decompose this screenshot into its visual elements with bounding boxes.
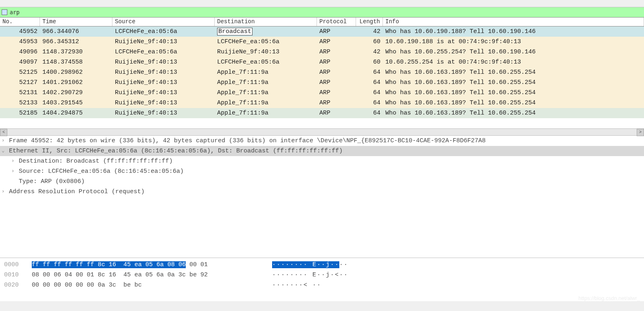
cell-protocol: ARP: [317, 47, 356, 57]
tree-label: Address Resolution Protocol (request): [9, 187, 145, 197]
cell-destination: Apple_7f:11:9a: [215, 108, 317, 118]
cell-time: 1402.290729: [40, 88, 112, 98]
hex-offset: 0010: [4, 270, 32, 280]
cell-destination: Apple_7f:11:9a: [215, 77, 317, 88]
cell-length: 64: [356, 77, 383, 88]
hex-ascii: ·······< ··: [272, 280, 321, 290]
cell-source: LCFCHeFe_ea:05:6a: [112, 26, 215, 37]
cell-info: Who has 10.60.163.189? Tell 10.60.255.25…: [383, 108, 644, 118]
cell-info: 10.60.255.254 is at 00:74:9c:9f:40:13: [383, 57, 644, 67]
scroll-right-icon[interactable]: >: [637, 129, 644, 136]
cell-protocol: ARP: [317, 98, 356, 108]
cell-source: RuijieNe_9f:40:13: [112, 37, 215, 47]
cell-length: 64: [356, 88, 383, 98]
cell-info: Who has 10.60.163.189? Tell 10.60.255.25…: [383, 88, 644, 98]
packet-row[interactable]: 521331403.291545RuijieNe_9f:40:13Apple_7…: [0, 98, 644, 108]
column-header-time[interactable]: Time: [40, 18, 112, 26]
cell-no: 45952: [0, 26, 40, 37]
cell-time: 1400.298962: [40, 67, 112, 77]
packet-row[interactable]: 45952966.344076LCFCHeFe_ea:05:6aBroadcas…: [0, 26, 644, 37]
cell-time: 966.345312: [40, 37, 112, 47]
packet-row[interactable]: 45953966.345312RuijieNe_9f:40:13LCFCHeFe…: [0, 37, 644, 47]
cell-protocol: ARP: [317, 67, 356, 77]
packet-row[interactable]: 490971148.374558RuijieNe_9f:40:13LCFCHeF…: [0, 57, 644, 67]
cell-protocol: ARP: [317, 77, 356, 88]
cell-destination: LCFCHeFe_ea:05:6a: [215, 37, 317, 47]
hex-bytes: 08 00 06 04 00 01 8c 16 45 ea 05 6a 0a 3…: [32, 270, 272, 280]
cell-time: 1148.372930: [40, 47, 112, 57]
cell-protocol: ARP: [317, 26, 356, 37]
detail-tree-row[interactable]: ›Source: LCFCHeFe_ea:05:6a (8c:16:45:ea:…: [0, 166, 644, 176]
hex-row[interactable]: 0000ff ff ff ff ff ff 8c 16 45 ea 05 6a …: [4, 260, 640, 270]
cell-info: Who has 10.60.163.189? Tell 10.60.255.25…: [383, 67, 644, 77]
cell-no: 52185: [0, 108, 40, 118]
chevron-right-icon[interactable]: ›: [2, 136, 8, 146]
column-header-info[interactable]: Info: [383, 18, 644, 26]
cell-no: 52133: [0, 98, 40, 108]
detail-tree-row[interactable]: ›Frame 45952: 42 bytes on wire (336 bits…: [0, 136, 644, 146]
hex-offset: 0020: [4, 280, 32, 290]
tree-label: Destination: Broadcast (ff:ff:ff:ff:ff:f…: [19, 156, 173, 166]
cell-no: 49096: [0, 47, 40, 57]
tree-label: Frame 45952: 42 bytes on wire (336 bits)…: [9, 136, 486, 146]
packet-row[interactable]: 521851404.294875RuijieNe_9f:40:13Apple_7…: [0, 108, 644, 118]
packet-row[interactable]: 490961148.372930LCFCHeFe_ea:05:6aRuijieN…: [0, 47, 644, 57]
cell-no: 52131: [0, 88, 40, 98]
cell-protocol: ARP: [317, 37, 356, 47]
cell-info: Who has 10.60.190.188? Tell 10.60.190.14…: [383, 26, 644, 37]
detail-tree-row[interactable]: ⌄Ethernet II, Src: LCFCHeFe_ea:05:6a (8c…: [0, 146, 644, 156]
cell-no: 45953: [0, 37, 40, 47]
cell-source: RuijieNe_9f:40:13: [112, 108, 215, 118]
cell-length: 42: [356, 47, 383, 57]
cell-no: 49097: [0, 57, 40, 67]
detail-tree-row[interactable]: ›Destination: Broadcast (ff:ff:ff:ff:ff:…: [0, 156, 644, 166]
cell-source: RuijieNe_9f:40:13: [112, 88, 215, 98]
packet-row[interactable]: 521251400.298962RuijieNe_9f:40:13Apple_7…: [0, 67, 644, 77]
chevron-down-icon[interactable]: ⌄: [2, 146, 8, 156]
cell-info: Who has 10.60.163.189? Tell 10.60.255.25…: [383, 98, 644, 108]
packet-bytes-pane[interactable]: 0000ff ff ff ff ff ff 8c 16 45 ea 05 6a …: [0, 258, 644, 301]
hex-row[interactable]: 001008 00 06 04 00 01 8c 16 45 ea 05 6a …: [4, 270, 640, 280]
cell-source: LCFCHeFe_ea:05:6a: [112, 47, 215, 57]
cell-length: 64: [356, 67, 383, 77]
detail-tree-row[interactable]: Type: ARP (0x0806): [0, 176, 644, 187]
packet-details-pane[interactable]: ›Frame 45952: 42 bytes on wire (336 bits…: [0, 136, 644, 258]
cell-protocol: ARP: [317, 108, 356, 118]
detail-tree-row[interactable]: ›Address Resolution Protocol (request): [0, 187, 644, 197]
hex-ascii: ········ E··j·<··: [272, 270, 348, 280]
cell-destination: RuijieNe_9f:40:13: [215, 47, 317, 57]
hex-row[interactable]: 002000 00 00 00 00 00 0a 3c be bc·······…: [4, 280, 640, 290]
hex-offset: 0000: [4, 260, 32, 270]
column-header-protocol[interactable]: Protocol: [317, 18, 356, 26]
cell-no: 52127: [0, 77, 40, 88]
chevron-right-icon[interactable]: ›: [2, 187, 8, 197]
cell-destination: Apple_7f:11:9a: [215, 88, 317, 98]
filter-input[interactable]: [10, 9, 642, 15]
chevron-right-icon[interactable]: ›: [11, 156, 18, 166]
packet-list[interactable]: 45952966.344076LCFCHeFe_ea:05:6aBroadcas…: [0, 26, 644, 128]
hex-ascii: ········ E··j····: [272, 260, 348, 270]
scroll-left-icon[interactable]: <: [0, 129, 7, 136]
cell-length: 60: [356, 37, 383, 47]
cell-length: 64: [356, 98, 383, 108]
packet-row[interactable]: 521271401.291062RuijieNe_9f:40:13Apple_7…: [0, 77, 644, 88]
cell-info: 10.60.190.188 is at 00:74:9c:9f:40:13: [383, 37, 644, 47]
packet-row[interactable]: 521311402.290729RuijieNe_9f:40:13Apple_7…: [0, 88, 644, 98]
cell-time: 1401.291062: [40, 77, 112, 88]
cell-length: 42: [356, 26, 383, 37]
cell-source: RuijieNe_9f:40:13: [112, 98, 215, 108]
column-header-length[interactable]: Length: [356, 18, 383, 26]
bookmark-icon[interactable]: [2, 9, 7, 15]
tree-label: Source: LCFCHeFe_ea:05:6a (8c:16:45:ea:0…: [19, 166, 184, 176]
toolbar-icon[interactable]: [2, 1, 8, 7]
column-header-no[interactable]: No.: [0, 18, 40, 26]
tree-label: Ethernet II, Src: LCFCHeFe_ea:05:6a (8c:…: [9, 146, 343, 156]
cell-length: 60: [356, 57, 383, 67]
column-header-destination[interactable]: Destination: [215, 18, 317, 26]
cell-source: RuijieNe_9f:40:13: [112, 67, 215, 77]
chevron-right-icon[interactable]: ›: [11, 166, 18, 176]
cell-no: 52125: [0, 67, 40, 77]
column-header-source[interactable]: Source: [112, 18, 215, 26]
cell-time: 966.344076: [40, 26, 112, 37]
packet-list-scrollbar[interactable]: < >: [0, 128, 644, 136]
